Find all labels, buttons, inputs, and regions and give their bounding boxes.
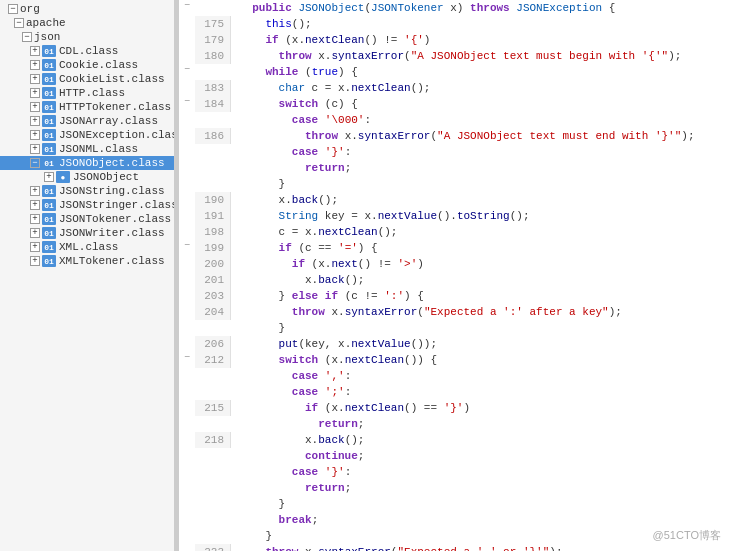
line-number: 183 [195,80,231,96]
line-code: } else if (c != ':') { [231,288,729,304]
code-line: 190 x.back(); [179,192,729,208]
code-editor[interactable]: − public JSONObject(JSONTokener x) throw… [179,0,729,551]
tree-item-cookielist[interactable]: + 01 CookieList.class [0,72,174,86]
code-line: − 199 if (c == '=') { [179,240,729,256]
expand-icon[interactable]: + [30,102,40,112]
class-icon: 01 [42,157,56,169]
expand-icon[interactable]: + [30,186,40,196]
collapse-btn[interactable]: − [179,64,195,75]
expand-icon[interactable]: + [44,172,54,182]
tree-root[interactable]: − org [0,2,174,16]
line-number: 180 [195,48,231,64]
expand-icon[interactable]: − [8,4,18,14]
line-code: put(key, x.nextValue()); [231,336,729,352]
line-code: if (x.next() != '>') [231,256,729,272]
item-label: JSONWriter.class [59,227,165,239]
code-line: continue; [179,448,729,464]
code-line: case '\000': [179,112,729,128]
tree-item-jsonwriter[interactable]: + 01 JSONWriter.class [0,226,174,240]
tree-item-jsonarray[interactable]: + 01 JSONArray.class [0,114,174,128]
line-code: continue; [231,448,729,464]
class-icon: 01 [42,101,56,113]
tree-item-xml[interactable]: + 01 XML.class [0,240,174,254]
code-line: 223 throw x.syntaxError("Expected a ',' … [179,544,729,551]
code-line: case ';': [179,384,729,400]
item-label: JSONString.class [59,185,165,197]
expand-icon[interactable]: − [22,32,32,42]
class-icon: 01 [42,115,56,127]
code-line: } [179,176,729,192]
code-line: 201 x.back(); [179,272,729,288]
expand-icon[interactable]: + [30,242,40,252]
code-line: case '}': [179,144,729,160]
collapse-btn[interactable]: − [179,0,195,11]
line-code: } [231,320,729,336]
tree-item-cookie[interactable]: + 01 Cookie.class [0,58,174,72]
tree-item-jsonobject[interactable]: + ● JSONObject [0,170,174,184]
class-icon: 01 [42,185,56,197]
expand-icon[interactable]: + [30,256,40,266]
class-icon: 01 [42,45,56,57]
expand-icon[interactable]: − [14,18,24,28]
tree-item-cdl[interactable]: + 01 CDL.class [0,44,174,58]
item-label: json [34,31,60,43]
expand-icon[interactable]: + [30,144,40,154]
tree-item-json[interactable]: − json [0,30,174,44]
line-number: 212 [195,352,231,368]
line-number: 215 [195,400,231,416]
item-label: Cookie.class [59,59,138,71]
tree-item-xmltokener[interactable]: + 01 XMLTokener.class [0,254,174,268]
code-line: − while (true) { [179,64,729,80]
collapse-btn[interactable]: − [179,352,195,363]
line-code: case ',': [231,368,729,384]
code-line: 200 if (x.next() != '>') [179,256,729,272]
expand-icon[interactable]: + [30,214,40,224]
tree-item-apache[interactable]: − apache [0,16,174,30]
class-icon: 01 [42,59,56,71]
class-icon: 01 [42,129,56,141]
expand-icon[interactable]: + [30,228,40,238]
line-code: public JSONObject(JSONTokener x) throws … [231,0,729,16]
item-label: JSONArray.class [59,115,158,127]
line-code: if (c == '=') { [231,240,729,256]
collapse-btn[interactable]: − [179,96,195,107]
expand-icon[interactable]: + [30,200,40,210]
tree-item-http[interactable]: + 01 HTTP.class [0,86,174,100]
code-line: − 212 switch (x.nextClean()) { [179,352,729,368]
expand-icon[interactable]: − [30,158,40,168]
tree-item-jsonexception[interactable]: + 01 JSONException.class [0,128,174,142]
expand-icon[interactable]: + [30,88,40,98]
code-line: break; [179,512,729,528]
tree-item-jsonstringer[interactable]: + 01 JSONStringer.class [0,198,174,212]
line-code: while (true) { [231,64,729,80]
line-code: case ';': [231,384,729,400]
item-label: JSONTokener.class [59,213,171,225]
line-number: 191 [195,208,231,224]
code-line: 180 throw x.syntaxError("A JSONObject te… [179,48,729,64]
line-code: throw x.syntaxError("Expected a ':' afte… [231,304,729,320]
line-code: } [231,496,729,512]
expand-icon[interactable]: + [30,46,40,56]
code-line: − 184 switch (c) { [179,96,729,112]
collapse-btn[interactable]: − [179,240,195,251]
item-label: HTTP.class [59,87,125,99]
tree-item-httptokener[interactable]: + 01 HTTPTokener.class [0,100,174,114]
line-code: case '\000': [231,112,729,128]
expand-icon[interactable]: + [30,130,40,140]
item-label: CookieList.class [59,73,165,85]
watermark: @51CTO博客 [653,528,721,543]
line-code: switch (x.nextClean()) { [231,352,729,368]
root-label: org [20,3,40,15]
tree-item-jsonstring[interactable]: + 01 JSONString.class [0,184,174,198]
code-line: 183 char c = x.nextClean(); [179,80,729,96]
tree-item-jsonobject-class[interactable]: − 01 JSONObject.class [0,156,174,170]
code-line: case ',': [179,368,729,384]
expand-icon[interactable]: + [30,60,40,70]
tree-item-jsontokener[interactable]: + 01 JSONTokener.class [0,212,174,226]
tree-item-jsonml[interactable]: + 01 JSONML.class [0,142,174,156]
line-code: if (x.nextClean() != '{') [231,32,729,48]
line-code: throw x.syntaxError("A JSONObject text m… [231,48,729,64]
class-icon: 01 [42,199,56,211]
expand-icon[interactable]: + [30,116,40,126]
expand-icon[interactable]: + [30,74,40,84]
